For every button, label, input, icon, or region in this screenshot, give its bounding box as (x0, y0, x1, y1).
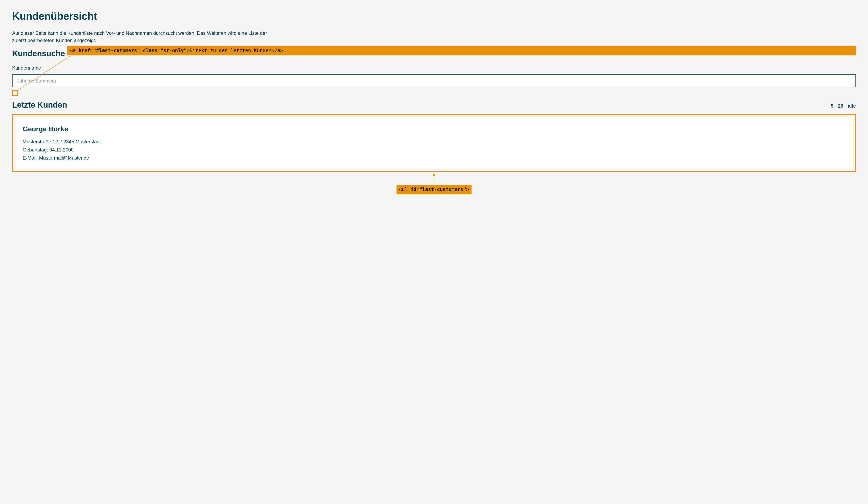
page-description: Auf dieser Seite kann die Kundenliste na… (12, 30, 275, 44)
code2-suffix: > (466, 187, 469, 192)
arrow-up-icon (434, 174, 434, 183)
customer-name-input[interactable] (12, 74, 856, 88)
code-middle: > (187, 48, 189, 53)
code2-attrs: id="last-customers" (411, 187, 466, 192)
code-attrs: href="#last-cutomers" class="sr-only" (79, 48, 187, 53)
skiplink-marker-wrap (12, 90, 19, 96)
arrow-icon (10, 89, 14, 92)
latest-heading-row: Letzte Kunden 5 20 alle (12, 97, 856, 113)
search-heading-row: Kundensuche <a href="#last-cutomers" cla… (12, 46, 856, 64)
search-label: Kundenname (12, 64, 856, 72)
page-20[interactable]: 20 (838, 102, 843, 110)
customer-card: George Burke Musterstraße 12, 12345 Must… (16, 117, 852, 169)
code2-prefix: <ul (399, 187, 411, 192)
search-heading: Kundensuche (12, 47, 65, 60)
pager: 5 20 alle (831, 102, 856, 110)
page-all[interactable]: alle (848, 102, 856, 110)
skiplink-marker (12, 90, 18, 96)
annotation-ul-code: <ul id="last-customers"> (396, 185, 472, 194)
latest-heading: Letzte Kunden (12, 99, 67, 111)
code-prefix: <a (70, 48, 79, 53)
customer-birthday: Geburtstag: 04.11.2000 (23, 146, 845, 154)
annotation-skiplink-code: <a href="#last-cutomers" class="sr-only"… (68, 46, 856, 55)
customer-name: George Burke (23, 124, 845, 134)
latest-customers-highlight: George Burke Musterstraße 12, 12345 Must… (12, 114, 856, 172)
page-5[interactable]: 5 (831, 102, 834, 110)
page-title: Kundenübersicht (12, 8, 856, 24)
customer-address: Musterstraße 12, 12345 Musterstadt (23, 138, 845, 145)
customer-email-link[interactable]: E-Mail: Mustermail@Muster.de (23, 154, 845, 162)
code-suffix: </a> (271, 48, 283, 53)
code-text: Direkt zu den letzten Kunden (190, 48, 272, 53)
annotation-bottom: <ul id="last-customers"> (396, 174, 472, 194)
